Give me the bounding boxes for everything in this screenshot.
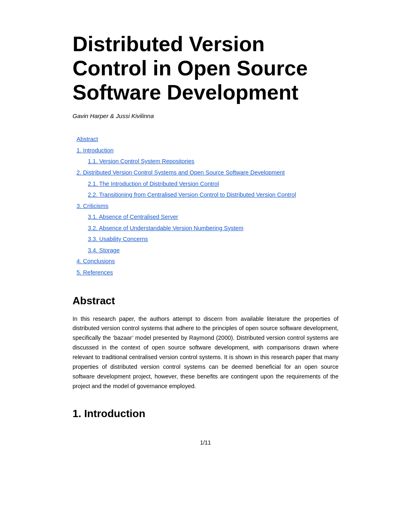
- table-of-contents: Abstract 1. Introduction 1.1. Version Co…: [73, 134, 338, 278]
- abstract-heading: Abstract: [73, 295, 338, 307]
- toc-criticisms[interactable]: 3. Criticisms: [77, 201, 338, 212]
- toc-absence-server[interactable]: 3.1. Absence of Centralised Server: [77, 212, 338, 223]
- page-number: 1/11: [73, 439, 338, 446]
- toc-storage[interactable]: 3.4. Storage: [77, 245, 338, 256]
- toc-version-control-repos[interactable]: 1.1. Version Control System Repositories: [77, 156, 338, 167]
- toc-introduction[interactable]: 1. Introduction: [77, 145, 338, 156]
- toc-absence-numbering[interactable]: 3.2. Absence of Understandable Version N…: [77, 223, 338, 234]
- toc-dvcs-oss[interactable]: 2. Distributed Version Control Systems a…: [77, 167, 338, 179]
- introduction-heading: 1. Introduction: [73, 407, 338, 420]
- document-title: Distributed Version Control in Open Sour…: [73, 32, 338, 104]
- toc-transitioning[interactable]: 2.2. Transitioning from Centralised Vers…: [77, 189, 338, 201]
- abstract-body: In this research paper, the authors atte…: [73, 314, 338, 391]
- toc-abstract[interactable]: Abstract: [77, 134, 338, 145]
- authors-line: Gavin Harper & Jussi Kivilinna: [73, 112, 338, 119]
- toc-usability[interactable]: 3.3. Usability Concerns: [77, 234, 338, 245]
- document-page: Distributed Version Control in Open Sour…: [48, 0, 363, 532]
- toc-references[interactable]: 5. References: [77, 267, 338, 278]
- toc-intro-dvcs[interactable]: 2.1. The Introduction of Distributed Ver…: [77, 179, 338, 190]
- toc-conclusions[interactable]: 4. Conclusions: [77, 256, 338, 267]
